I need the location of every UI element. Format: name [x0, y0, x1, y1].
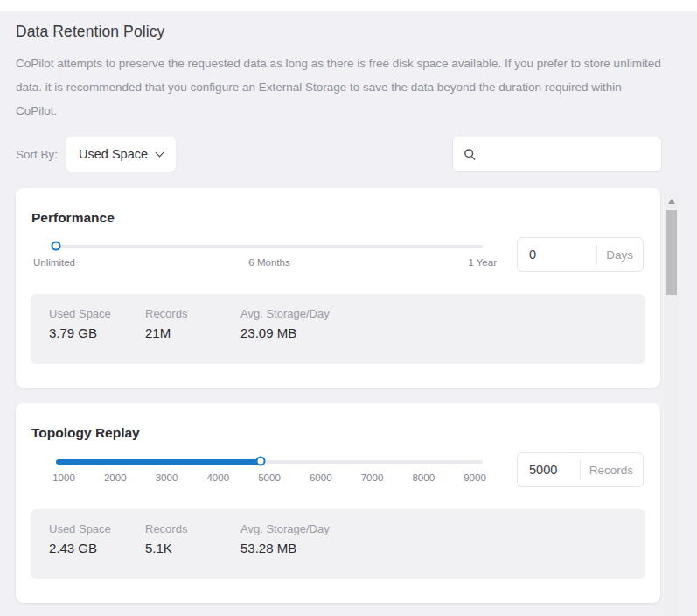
page-description: CoPilot attempts to preserve the request…	[16, 52, 662, 122]
topology-records-input[interactable]: Records	[517, 452, 644, 487]
tick-8000: 8000	[405, 472, 442, 483]
stat-value: 3.79 GB	[49, 326, 145, 340]
records-suffix-label: Records	[581, 464, 643, 477]
stat-label: Used Space	[49, 307, 145, 320]
performance-slider-row: Unlimited 6 Months 1 Year Days	[31, 237, 644, 272]
scroll-up-arrow-icon[interactable]	[668, 199, 675, 204]
sort-by-dropdown[interactable]: Used Space	[66, 136, 176, 172]
stat-label: Avg. Storage/Day	[240, 307, 330, 320]
tick-3000: 3000	[149, 472, 185, 483]
card-topology-replay: Topology Replay 1000 2000 3000 4000 5000…	[16, 403, 660, 603]
days-suffix-label: Days	[597, 248, 643, 262]
stat-label: Records	[145, 307, 240, 320]
slider-labels: Unlimited 6 Months 1 Year	[56, 257, 483, 270]
days-value-input[interactable]	[518, 247, 596, 262]
tick-9000: 9000	[457, 472, 493, 483]
slider-fill	[56, 459, 261, 465]
stat-used-space: Used Space 3.79 GB	[49, 307, 145, 364]
slider-track[interactable]	[56, 460, 483, 464]
tick-5000: 5000	[251, 472, 288, 483]
stat-avg-storage: Avg. Storage/Day 23.09 MB	[240, 307, 330, 364]
page-title: Data Retention Policy	[16, 23, 662, 41]
performance-slider: Unlimited 6 Months 1 Year	[56, 237, 483, 272]
stat-records: Records 21M	[145, 307, 240, 364]
performance-days-input[interactable]: Days	[517, 237, 644, 272]
search-box[interactable]	[452, 136, 662, 172]
stat-used-space: Used Space 2.43 GB	[49, 522, 145, 579]
top-strip	[0, 0, 697, 11]
slider-handle[interactable]	[256, 457, 266, 466]
slider-label-unlimited: Unlimited	[33, 257, 75, 268]
sort-by-value: Used Space	[79, 147, 148, 161]
slider-handle[interactable]	[52, 242, 61, 251]
stat-value: 2.43 GB	[49, 541, 145, 556]
stat-records: Records 5.1K	[145, 522, 240, 579]
stat-label: Records	[145, 522, 240, 536]
slider-track[interactable]	[56, 245, 483, 248]
card-title: Topology Replay	[31, 424, 644, 441]
slider-label-6-months: 6 Months	[248, 257, 289, 268]
performance-stats-panel: Used Space 3.79 GB Records 21M Avg. Stor…	[31, 294, 645, 364]
stat-label: Used Space	[49, 522, 145, 536]
tick-4000: 4000	[199, 472, 236, 483]
search-icon	[464, 148, 477, 161]
data-retention-page: Data Retention Policy CoPilot attempts t…	[0, 23, 697, 603]
chevron-down-icon	[156, 148, 164, 157]
scrollbar-thumb[interactable]	[666, 210, 677, 295]
records-value-input[interactable]	[518, 462, 580, 478]
card-performance: Performance Unlimited 6 Months 1 Year Da…	[16, 188, 660, 388]
slider-label-1-year: 1 Year	[468, 257, 497, 268]
tick-2000: 2000	[97, 472, 134, 483]
search-input[interactable]	[484, 146, 651, 162]
topology-slider-row: 1000 2000 3000 4000 5000 6000 7000 8000 …	[31, 452, 644, 487]
card-title: Performance	[31, 209, 644, 226]
sort-by-label: Sort By:	[16, 148, 58, 161]
stat-label: Avg. Storage/Day	[240, 522, 330, 536]
scrollbar[interactable]	[664, 192, 679, 616]
topology-slider: 1000 2000 3000 4000 5000 6000 7000 8000 …	[56, 452, 483, 487]
topology-stats-panel: Used Space 2.43 GB Records 5.1K Avg. Sto…	[31, 509, 645, 579]
retention-cards: Performance Unlimited 6 Months 1 Year Da…	[16, 188, 662, 603]
stat-value: 21M	[145, 326, 240, 340]
stat-value: 53.28 MB	[240, 541, 330, 556]
stat-value: 5.1K	[145, 541, 240, 556]
stat-value: 23.09 MB	[240, 326, 330, 340]
tick-1000: 1000	[45, 472, 82, 483]
slider-tick-labels: 1000 2000 3000 4000 5000 6000 7000 8000 …	[45, 472, 493, 483]
tick-7000: 7000	[354, 472, 391, 483]
tick-6000: 6000	[303, 472, 339, 483]
stat-avg-storage: Avg. Storage/Day 53.28 MB	[240, 522, 330, 579]
toolbar: Sort By: Used Space	[16, 136, 662, 172]
